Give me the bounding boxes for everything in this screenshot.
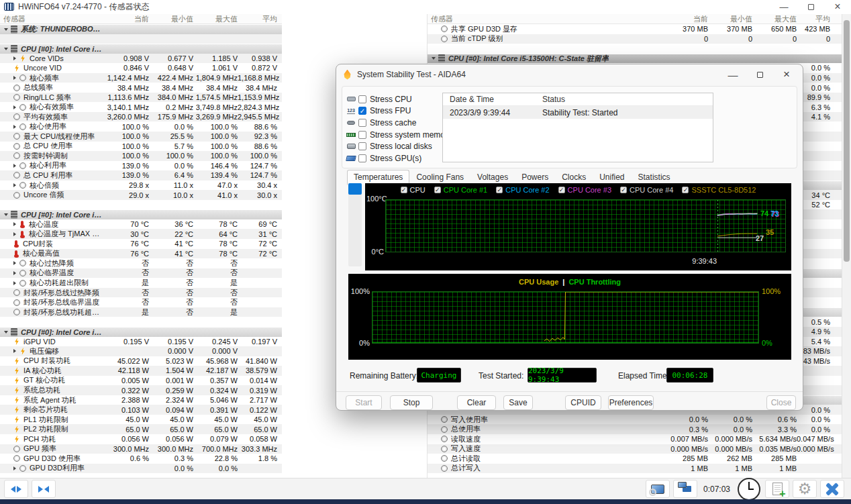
stress-option-stress-local-disks[interactable]: Stress local disks — [346, 140, 441, 152]
sensor-row[interactable]: 核心最高值76 °C41 °C78 °C72 °C — [0, 249, 282, 259]
sensor-row[interactable]: 总 CPU 利用率139.0 %6.4 %139.4 %124.7 % — [0, 170, 282, 181]
sensor-row[interactable]: 总 CPU 使用率100.0 %5.7 %100.0 %88.6 % — [0, 142, 282, 152]
expand-arrow-icon[interactable] — [13, 164, 16, 168]
expand-arrow-icon[interactable] — [13, 76, 16, 80]
sensor-row[interactable]: 核心有效频率3,140.1 MHz0.2 MHz3,749.8 MHz2,824… — [0, 102, 282, 112]
expand-arrow-icon[interactable] — [13, 222, 16, 226]
sensor-row[interactable]: PL2 功耗限制65.0 W65.0 W65.0 W65.0 W — [0, 424, 282, 434]
collapse-columns-button[interactable] — [32, 480, 56, 498]
stress-option-stress-cpu[interactable]: Stress CPU — [346, 93, 441, 105]
clear-button[interactable]: Clear — [457, 395, 496, 410]
sensor-row[interactable]: 总计写入1 MB1 MB1 MB — [428, 464, 842, 474]
legend-checkbox[interactable]: ✓ — [401, 187, 407, 193]
sensor-row[interactable]: 写入速度0.000 MB/s0.000 MB/s0.035 MB/s0.000 … — [428, 444, 842, 454]
sensor-row[interactable]: 核心频率1,142.4 MHz422.4 MHz1,804.9 MHz1,168… — [0, 73, 282, 83]
sensor-row[interactable]: 封装/环形总线临界温度否否否 — [0, 297, 282, 307]
log-row[interactable]: 2023/3/9 9:39:44Stability Test: Started — [443, 106, 713, 119]
sensor-row[interactable]: 总使用率0.3 %0.0 %3.3 %0.0 % — [428, 424, 842, 434]
close-button[interactable]: Close — [766, 395, 796, 410]
logging-button[interactable] — [765, 480, 789, 498]
sensor-row[interactable]: 共享 GPU D3D 显存370 MB370 MB650 MB423 MB — [428, 24, 842, 34]
collapse-arrow-icon[interactable] — [4, 331, 8, 334]
sensor-section-row[interactable]: CPU [#0]: Intel Core i5-135... — [0, 209, 282, 219]
sensor-row[interactable]: GPU 频率300.0 MHz300.0 MHz700.0 MHz303.3 M… — [0, 444, 282, 454]
sensor-row[interactable]: Uncore VID0.846 V0.648 V1.061 V0.872 V — [0, 63, 282, 73]
dialog-titlebar[interactable]: System Stability Test - AIDA64 — × — [336, 64, 803, 85]
sensor-row[interactable]: 总计读取285 MB262 MB285 MB — [428, 454, 842, 464]
legend-checkbox[interactable]: ✓ — [558, 187, 565, 193]
stress-option-stress-system-memory[interactable]: Stress system memory — [346, 129, 441, 141]
sensor-row[interactable]: iGPU VID0.195 V0.195 V0.245 V0.197 V — [0, 337, 282, 347]
sensor-section-row[interactable]: 系统: THUNDEROBOT Thun... — [0, 24, 282, 34]
collapse-arrow-icon[interactable] — [4, 28, 8, 31]
sensor-row[interactable]: Uncore 倍频29.0 x10.0 x41.0 x30.0 x — [0, 190, 282, 200]
checkbox[interactable] — [358, 142, 366, 150]
sensor-row[interactable]: 按需时钟调制100.0 %100.0 %100.0 %100.0 % — [0, 151, 282, 161]
cpuid-button[interactable]: CPUID — [565, 395, 601, 410]
sensor-row[interactable]: 核心温度70 °C36 °C78 °C69 °C — [0, 219, 282, 230]
expand-arrow-icon[interactable] — [13, 183, 16, 187]
stress-option-stress-gpu-s-[interactable]: Stress GPU(s) — [346, 152, 441, 164]
expand-arrow-icon[interactable] — [13, 271, 16, 275]
legend-item[interactable]: ✓CPU Core #1 — [434, 186, 487, 194]
legend-item[interactable]: ✓CPU Core #4 — [620, 186, 673, 194]
sensor-row[interactable]: 剩余芯片功耗0.103 W0.094 W0.391 W0.122 W — [0, 405, 282, 415]
checkbox[interactable]: ✓ — [358, 107, 366, 115]
expand-arrow-icon[interactable] — [13, 466, 16, 470]
scrollbar[interactable] — [842, 14, 851, 478]
sensor-row[interactable]: GPU D3D 使用率0.6 %0.3 %22.8 %1.8 % — [0, 454, 282, 464]
expand-columns-button[interactable] — [4, 480, 28, 498]
sensor-row[interactable]: PCH 功耗0.056 W0.056 W0.079 W0.058 W — [0, 434, 282, 444]
legend-item[interactable]: ✓SSSTC CL5-8D512 — [682, 186, 756, 194]
legend-checkbox[interactable]: ✓ — [496, 187, 503, 193]
sensor-row[interactable]: 写入使用率0.0 %0.0 %0.6 %0.0 % — [428, 415, 842, 425]
sensor-section-row[interactable]: CPU [#0]: Intel Core i5-135... — [0, 327, 282, 337]
expand-arrow-icon[interactable] — [13, 56, 16, 60]
sensor-row[interactable]: 核心使用率100.0 %0.0 %100.0 %88.6 % — [0, 121, 282, 132]
minimize-icon[interactable]: — — [770, 0, 797, 13]
sensor-row[interactable]: Core VIDs0.908 V0.677 V1.185 V0.938 V — [0, 54, 282, 64]
sensor-row[interactable]: 核心温度与 TjMAX 的距离30 °C22 °C64 °C31 °C — [0, 229, 282, 239]
sensor-row[interactable]: 核心功耗超出限制是否是 — [0, 278, 282, 288]
sensor-row[interactable]: 系统 Agent 功耗2.388 W2.324 W5.046 W2.717 W — [0, 395, 282, 405]
sensor-row[interactable]: 核心倍频29.8 x11.0 x47.0 x30.4 x — [0, 181, 282, 191]
legend-checkbox[interactable]: ✓ — [434, 187, 441, 193]
checkbox[interactable] — [358, 119, 366, 127]
stop-button[interactable]: Stop — [390, 395, 433, 410]
sensor-row[interactable]: 核心过热降频否否否 — [0, 258, 282, 268]
expand-arrow-icon[interactable] — [13, 125, 16, 129]
sensor-row[interactable]: CPU封装76 °C41 °C78 °C72 °C — [0, 239, 282, 249]
close-icon[interactable]: × — [824, 0, 851, 13]
legend-item[interactable]: ✓CPU — [401, 186, 426, 194]
sensor-row[interactable]: CPU 封装功耗45.022 W5.023 W45.968 W41.840 W — [0, 356, 282, 366]
sensor-row[interactable]: 平均有效频率3,260.0 MHz175.9 MHz3,269.9 MHz2,9… — [0, 112, 282, 122]
sensor-row[interactable]: 核心临界温度否否否 — [0, 268, 282, 279]
slider-thumb[interactable] — [348, 183, 362, 195]
clock-icon[interactable] — [738, 478, 760, 501]
legend-checkbox[interactable]: ✓ — [682, 187, 689, 193]
sensor-row[interactable]: 当前 cTDP 级别0000 — [428, 34, 842, 44]
scrollbar-thumb[interactable] — [844, 20, 850, 262]
dialog-maximize-icon[interactable] — [746, 65, 773, 84]
start-button[interactable]: Start — [346, 395, 382, 410]
checkbox[interactable] — [358, 95, 366, 103]
exit-button[interactable] — [820, 480, 844, 498]
sensor-row[interactable]: Ring/LLC 频率1,113.6 MHz384.0 MHz1,574.5 M… — [0, 93, 282, 103]
collapse-arrow-icon[interactable] — [4, 213, 8, 216]
collapse-arrow-icon[interactable] — [432, 57, 436, 60]
sensor-section-row[interactable]: CPU [#0]: Intel Core i5-13500H: C-State … — [428, 54, 842, 64]
expand-arrow-icon[interactable] — [13, 281, 16, 285]
legend-item[interactable]: ✓CPU Core #3 — [558, 186, 611, 194]
sensor-row[interactable]: 电压偏移0.000 V0.000 V — [0, 346, 282, 356]
sensor-row[interactable]: 封装/环形总线功耗超出限制是否是 — [0, 307, 282, 317]
stress-option-stress-cache[interactable]: Stress cache — [346, 117, 441, 129]
restore-icon[interactable] — [797, 0, 824, 13]
remote-monitoring-button[interactable] — [673, 480, 697, 498]
sensor-row[interactable]: 核心利用率139.0 %0.0 %146.4 %124.7 % — [0, 161, 282, 171]
expand-arrow-icon[interactable] — [13, 349, 16, 353]
expand-arrow-icon[interactable] — [13, 105, 16, 109]
sensor-row[interactable]: 读取速度0.007 MB/s0.000 MB/s5.634 MB/s0.047 … — [428, 434, 842, 444]
sensor-row[interactable]: 最大 CPU/线程使用率100.0 %25.5 %100.0 %92.3 % — [0, 132, 282, 142]
legend-item[interactable]: ✓CPU Core #2 — [496, 186, 549, 194]
preferences-button[interactable]: Preferences — [608, 395, 654, 410]
